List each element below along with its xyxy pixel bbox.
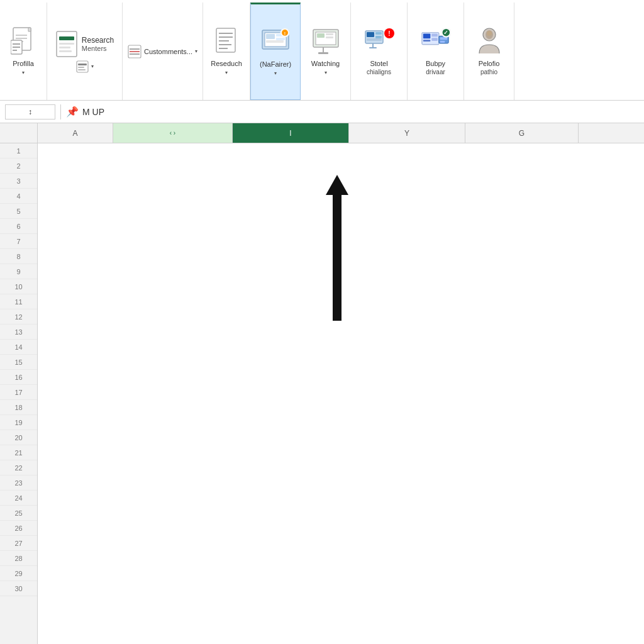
- name-box[interactable]: ↕: [5, 104, 55, 119]
- svg-rect-39: [317, 33, 325, 38]
- watching-label: Watching: [311, 60, 340, 68]
- row-number-22: 22: [0, 460, 37, 475]
- svg-point-66: [487, 31, 492, 36]
- row-number-8: 8: [0, 249, 37, 264]
- svg-rect-15: [78, 64, 87, 65]
- nafairer-icon: !: [260, 28, 291, 58]
- ribbon-group-stotel[interactable]: ! Stotel chialigns: [351, 3, 408, 100]
- col-header-Y[interactable]: Y: [349, 123, 465, 143]
- row-number-6: 6: [0, 219, 37, 234]
- spreadsheet-area: 1234567891011121314151617181920212223242…: [0, 143, 644, 644]
- customments-icon: [128, 45, 142, 58]
- row-number-18: 18: [0, 400, 37, 415]
- menters-sub-icon: [76, 60, 89, 73]
- row-number-2: 2: [0, 158, 37, 174]
- customments-label: Customments...: [144, 48, 192, 55]
- svg-rect-50: [369, 47, 377, 48]
- profilla-dropdown: ▾: [22, 70, 25, 75]
- watching-icon: [311, 27, 341, 57]
- row-number-15: 15: [0, 355, 37, 370]
- col-Y-label: Y: [404, 129, 409, 138]
- svg-rect-10: [59, 36, 74, 40]
- col-A-label: A: [72, 129, 77, 138]
- svg-rect-55: [423, 40, 430, 42]
- row-number-7: 7: [0, 234, 37, 249]
- row-number-1: 1: [0, 143, 37, 158]
- ribbon-group-menters[interactable]: Research Menters ▾: [47, 3, 123, 100]
- cells-area[interactable]: [38, 143, 644, 644]
- svg-rect-56: [431, 34, 438, 37]
- pin-icon: 📌: [66, 106, 79, 118]
- row-number-23: 23: [0, 475, 37, 491]
- ribbon-group-profilla[interactable]: Profilla ▾: [0, 3, 47, 100]
- row-number-26: 26: [0, 521, 37, 536]
- row-number-17: 17: [0, 385, 37, 400]
- svg-text:✓: ✓: [443, 30, 448, 36]
- nafairer-label: (NaFairer): [260, 60, 291, 69]
- reseduch-icon: [211, 27, 242, 57]
- svg-rect-60: [440, 41, 445, 43]
- svg-rect-45: [367, 32, 374, 37]
- watching-dropdown: ▾: [325, 70, 327, 75]
- research-label: Research: [82, 36, 114, 45]
- row-number-5: 5: [0, 204, 37, 219]
- formula-divider: [60, 104, 61, 119]
- svg-rect-33: [266, 40, 284, 43]
- row-number-10: 10: [0, 279, 37, 294]
- formula-text: M UP: [82, 107, 104, 117]
- svg-rect-17: [78, 69, 86, 70]
- name-box-content: ↕: [28, 108, 32, 116]
- ribbon: Profilla ▾ Research Menters: [0, 0, 644, 101]
- svg-rect-11: [59, 43, 74, 45]
- stotel-label: Stotel: [367, 60, 391, 68]
- formula-content: 📌 M UP: [66, 106, 639, 118]
- row-number-13: 13: [0, 325, 37, 340]
- row-number-16: 16: [0, 370, 37, 385]
- reseduch-label: Reseduch: [211, 60, 242, 68]
- col-G-label: G: [519, 129, 525, 138]
- svg-text:!: !: [284, 31, 286, 36]
- ribbon-group-watching[interactable]: Watching ▾: [301, 3, 351, 100]
- stotel-icon: !: [364, 27, 394, 57]
- svg-rect-41: [326, 36, 333, 38]
- svg-rect-59: [440, 38, 447, 40]
- col-header-B[interactable]: ‹ ›: [113, 123, 233, 143]
- ribbon-group-pelofio[interactable]: Pelofio pathio: [464, 3, 514, 100]
- svg-rect-47: [375, 36, 382, 38]
- reseduch-dropdown: ▾: [225, 70, 228, 75]
- menters-icon: [55, 30, 78, 58]
- svg-rect-32: [276, 38, 285, 40]
- pelofio-sublabel: pathio: [479, 69, 500, 75]
- ribbon-group-reseduch[interactable]: Reseduch ▾: [203, 3, 250, 100]
- col-header-I[interactable]: I: [233, 123, 349, 143]
- stotel-sublabel: chialigns: [367, 69, 391, 75]
- sort-arrows: ‹ ›: [170, 130, 175, 136]
- bubpy-icon: ✓: [421, 27, 451, 57]
- svg-rect-57: [431, 38, 438, 42]
- row-number-30: 30: [0, 581, 37, 596]
- svg-rect-12: [59, 47, 70, 48]
- ribbon-group-nafairer[interactable]: ! (NaFairer) ▾: [250, 3, 301, 100]
- svg-rect-16: [78, 67, 84, 68]
- pelofio-label: Pelofio: [479, 60, 500, 68]
- row-number-29: 29: [0, 566, 37, 581]
- profilla-label: Profilla: [13, 60, 34, 68]
- svg-marker-1: [28, 28, 31, 31]
- col-I-label: I: [289, 129, 291, 138]
- row-number-28: 28: [0, 551, 37, 566]
- row-numbers: 1234567891011121314151617181920212223242…: [0, 143, 38, 644]
- col-header-G[interactable]: G: [465, 123, 579, 143]
- col-header-A[interactable]: A: [38, 123, 113, 143]
- formula-bar: ↕ 📌 M UP: [0, 101, 644, 123]
- svg-rect-40: [326, 33, 333, 35]
- svg-rect-54: [423, 34, 430, 39]
- customments-dropdown: ▾: [195, 48, 197, 54]
- ribbon-group-bubpy[interactable]: ✓ Bubpy drivaar: [408, 3, 464, 100]
- bubpy-sublabel: drivaar: [426, 69, 445, 75]
- ribbon-group-customments[interactable]: Customments... ▾: [123, 3, 203, 100]
- row-number-24: 24: [0, 491, 37, 506]
- bubpy-label: Bubpy: [426, 60, 445, 68]
- row-number-20: 20: [0, 430, 37, 445]
- row-number-21: 21: [0, 445, 37, 460]
- profilla-icon: [8, 27, 38, 57]
